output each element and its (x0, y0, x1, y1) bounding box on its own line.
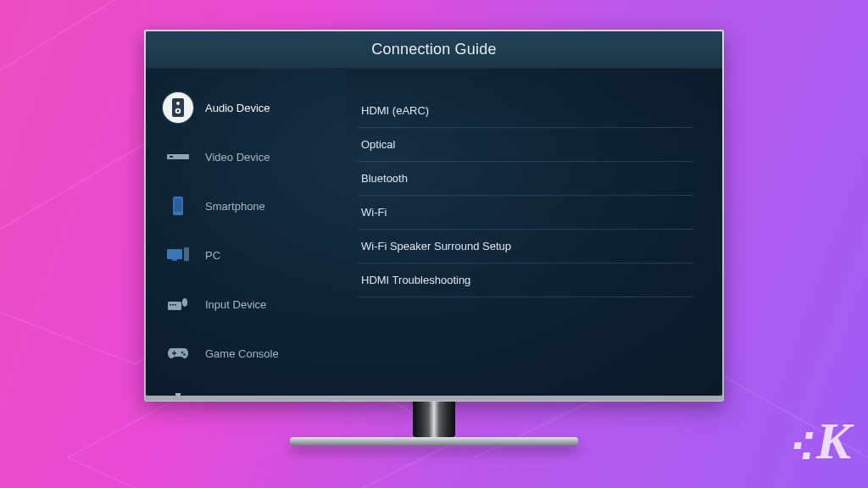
svg-rect-7 (175, 198, 182, 212)
option-optical[interactable]: Optical (358, 128, 693, 162)
title-bar: Connection Guide (146, 31, 722, 69)
svg-point-15 (182, 298, 187, 307)
sidebar-item-game-console[interactable]: Game Console (161, 333, 346, 374)
option-wifi[interactable]: Wi-Fi (358, 196, 693, 230)
page-title: Connection Guide (146, 41, 722, 58)
tv-stand-neck (413, 402, 455, 437)
svg-rect-0 (172, 98, 184, 117)
svg-point-16 (181, 352, 184, 354)
sidebar-item-label: Smartphone (205, 200, 265, 213)
tv-screen: Connection Guide Audio Device Vide (146, 31, 722, 396)
player-icon (163, 141, 193, 172)
option-label: Bluetooth (361, 172, 408, 185)
svg-rect-20 (175, 393, 181, 396)
sidebar-item-video-device[interactable]: Video Device (161, 136, 346, 177)
sidebar-item-label: Game Console (205, 347, 279, 360)
svg-point-1 (176, 102, 180, 105)
option-label: Optical (361, 138, 395, 151)
option-label: HDMI (eARC) (361, 104, 429, 117)
sidebar-item-label: PC (205, 249, 220, 262)
main-panel: HDMI (eARC) Optical Bluetooth Wi-Fi Wi-F… (346, 69, 722, 396)
gamepad-icon (163, 338, 193, 369)
svg-rect-19 (174, 351, 175, 355)
keyboard-mouse-icon (163, 289, 193, 319)
tv-frame: Connection Guide Audio Device Vide (144, 30, 724, 446)
svg-rect-5 (170, 156, 173, 158)
usb-drive-icon (163, 387, 193, 396)
option-wifi-surround[interactable]: Wi-Fi Speaker Surround Setup (358, 230, 693, 263)
sidebar: Audio Device Video Device Smartphone (146, 69, 346, 396)
phone-icon (163, 191, 193, 221)
sidebar-item-smartphone[interactable]: Smartphone (161, 186, 346, 226)
watermark-letter: K (816, 411, 851, 471)
sidebar-item-label: Audio Device (205, 102, 270, 114)
option-hdmi-earc[interactable]: HDMI (eARC) (358, 94, 693, 128)
option-hdmi-troubleshooting[interactable]: HDMI Troubleshooting (358, 263, 693, 297)
svg-point-3 (177, 110, 180, 113)
tv-stand-base (290, 437, 578, 446)
layout-body: Audio Device Video Device Smartphone (146, 69, 722, 396)
option-label: Wi-Fi (361, 206, 387, 219)
sidebar-item-input-device[interactable]: Input Device (161, 284, 346, 324)
svg-rect-13 (172, 304, 174, 306)
speaker-icon (163, 92, 193, 123)
svg-rect-9 (172, 259, 177, 261)
svg-rect-8 (167, 249, 182, 259)
sidebar-item-external-storage[interactable]: External Storage (161, 382, 346, 396)
option-label: HDMI Troubleshooting (361, 274, 470, 286)
pc-icon (163, 240, 193, 270)
svg-rect-10 (184, 247, 189, 261)
watermark-dots-icon (792, 432, 812, 459)
svg-rect-14 (175, 304, 176, 306)
sidebar-item-label: Video Device (205, 151, 270, 164)
svg-point-17 (183, 353, 186, 356)
tv-bezel: Connection Guide Audio Device Vide (144, 30, 724, 402)
option-label: Wi-Fi Speaker Surround Setup (361, 240, 511, 252)
sidebar-item-audio-device[interactable]: Audio Device (161, 87, 346, 128)
svg-rect-12 (170, 304, 171, 306)
svg-rect-11 (168, 302, 181, 310)
watermark-logo: K (794, 411, 851, 471)
option-bluetooth[interactable]: Bluetooth (358, 162, 693, 196)
sidebar-item-pc[interactable]: PC (161, 235, 346, 275)
sidebar-item-label: Input Device (205, 298, 266, 311)
